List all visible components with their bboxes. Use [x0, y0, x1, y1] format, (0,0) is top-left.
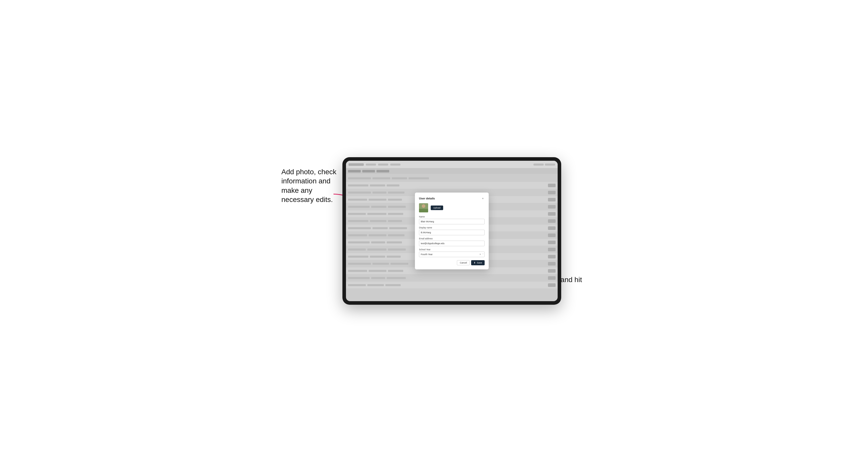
modal-footer: Cancel ⬆ Save: [419, 260, 485, 265]
email-field-group: Email address: [419, 237, 485, 246]
school-year-input[interactable]: [419, 252, 485, 257]
school-year-chevron-icon[interactable]: ⌃: [482, 253, 484, 256]
name-input[interactable]: [419, 219, 485, 224]
display-name-input[interactable]: [419, 230, 485, 235]
school-year-wrapper: ✕ ⌃: [419, 252, 485, 257]
annotation-left: Add photo, check information and make an…: [281, 167, 337, 205]
cancel-button[interactable]: Cancel: [457, 260, 470, 265]
display-name-label: Display name: [419, 226, 485, 229]
modal-close-button[interactable]: ×: [481, 197, 485, 200]
school-year-label: School Year: [419, 248, 485, 251]
save-button[interactable]: ⬆ Save: [471, 260, 485, 265]
save-icon: ⬆: [474, 261, 476, 264]
annotation-left-text: Add photo, check information and make an…: [281, 168, 336, 204]
school-year-field-group: School Year ✕ ⌃: [419, 248, 485, 257]
email-label: Email address: [419, 237, 485, 240]
user-details-modal: User details × Upload Name: [415, 192, 489, 269]
modal-overlay: User details × Upload Name: [346, 161, 558, 301]
avatar-thumbnail: [419, 203, 428, 212]
save-label: Save: [477, 261, 482, 264]
scene: Add photo, check information and make an…: [281, 142, 587, 325]
upload-button[interactable]: Upload: [431, 206, 443, 210]
name-label: Name: [419, 215, 485, 218]
modal-title-row: User details ×: [419, 197, 485, 200]
display-name-field-group: Display name: [419, 226, 485, 235]
modal-title: User details: [419, 197, 435, 200]
photo-upload-row: Upload: [419, 203, 485, 212]
school-year-clear-button[interactable]: ✕: [479, 253, 481, 256]
tablet-frame: User details × Upload Name: [342, 157, 561, 305]
school-year-controls: ✕ ⌃: [479, 253, 484, 256]
email-input[interactable]: [419, 241, 485, 246]
tablet-screen: User details × Upload Name: [346, 161, 558, 301]
name-field-group: Name: [419, 215, 485, 224]
